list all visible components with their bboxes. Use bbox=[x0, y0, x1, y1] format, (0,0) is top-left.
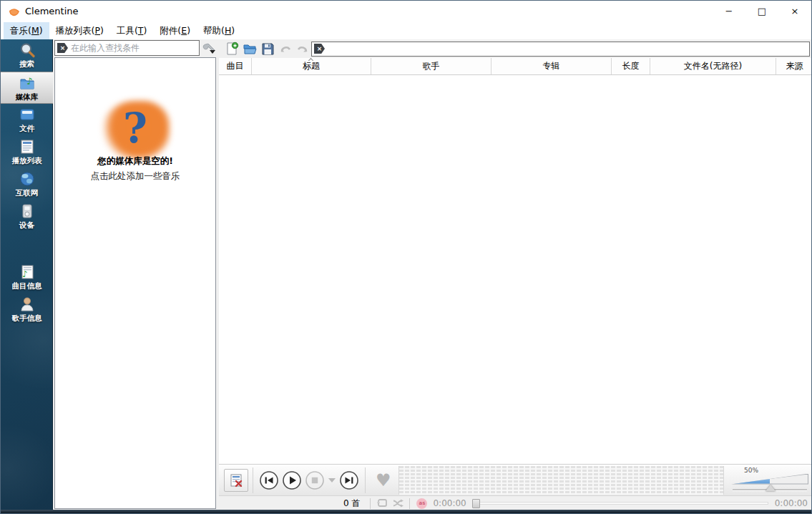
redo-button bbox=[295, 42, 310, 56]
library-panel[interactable]: ? 您的媒体库是空的! 点击此处添加一些音乐 bbox=[54, 57, 216, 509]
column-header-artist[interactable]: 歌手 bbox=[371, 58, 491, 74]
clementine-window: Clementine − □ × 音乐(M) 播放列表(P) 工具(T) 附件(… bbox=[0, 0, 812, 514]
clementine-logo-icon bbox=[8, 5, 21, 18]
sidebar: 搜索 ♪ 媒体库 文件 播放列表 bbox=[1, 39, 53, 510]
playlists-icon bbox=[18, 137, 36, 156]
question-mark: ? bbox=[123, 104, 147, 152]
search-icon bbox=[18, 41, 36, 59]
clear-playlist-icon bbox=[229, 473, 243, 488]
window-title: Clementine bbox=[25, 1, 79, 22]
svg-text:♪: ♪ bbox=[26, 76, 32, 87]
play-button[interactable] bbox=[282, 470, 302, 490]
window-bottom-border bbox=[1, 510, 811, 513]
sidebar-item-search[interactable]: 搜索 bbox=[1, 39, 53, 72]
divider bbox=[365, 467, 366, 493]
stop-button bbox=[305, 470, 325, 490]
elapsed-time: 0:00:00 bbox=[433, 498, 466, 508]
sidebar-item-artist-info[interactable]: 歌手信息 bbox=[1, 294, 53, 326]
artist-info-icon bbox=[18, 295, 36, 314]
repeat-icon[interactable] bbox=[376, 498, 388, 509]
sidebar-item-files[interactable]: 文件 bbox=[1, 104, 53, 136]
title-bar: Clementine − □ × bbox=[1, 1, 811, 22]
love-track-icon: ♥ bbox=[376, 470, 391, 490]
clear-playlist-button[interactable] bbox=[224, 469, 248, 492]
volume-thumb[interactable] bbox=[765, 485, 776, 491]
volume-control[interactable]: 50% bbox=[728, 466, 812, 495]
track-slider-thumb[interactable] bbox=[472, 499, 480, 508]
track-position-slider[interactable] bbox=[472, 498, 768, 509]
sidebar-item-song-info[interactable]: ♪ 曲目信息 bbox=[1, 261, 53, 294]
next-track-button[interactable] bbox=[339, 470, 359, 490]
volume-fill bbox=[732, 475, 770, 484]
divider bbox=[409, 498, 410, 509]
menu-music[interactable]: 音乐(M) bbox=[4, 22, 49, 39]
load-playlist-button[interactable] bbox=[243, 42, 257, 56]
svg-text:♪: ♪ bbox=[22, 269, 28, 279]
track-count: 0 首 bbox=[343, 498, 360, 510]
stop-options-dropdown-icon[interactable] bbox=[328, 478, 336, 483]
menu-help[interactable]: 帮助(H) bbox=[197, 22, 241, 39]
library-empty-hint[interactable]: 点击此处添加一些音乐 bbox=[55, 170, 215, 183]
total-time: 0:00:00 bbox=[775, 498, 808, 508]
song-info-icon: ♪ bbox=[18, 263, 36, 281]
library-empty-title: 您的媒体库是空的! bbox=[55, 155, 215, 168]
sidebar-item-devices[interactable]: 设备 bbox=[1, 200, 53, 233]
minimize-button[interactable]: − bbox=[713, 1, 745, 22]
menu-extras[interactable]: 附件(E) bbox=[153, 22, 197, 39]
menu-playlist[interactable]: 播放列表(P) bbox=[49, 22, 110, 39]
library-options-button[interactable] bbox=[202, 41, 217, 55]
column-header-album[interactable]: 专辑 bbox=[491, 58, 612, 74]
menu-bar: 音乐(M) 播放列表(P) 工具(T) 附件(E) 帮助(H) bbox=[1, 22, 811, 39]
divider bbox=[253, 467, 253, 493]
scrobble-icon[interactable]: as bbox=[416, 498, 427, 509]
library-search-input[interactable] bbox=[54, 40, 200, 56]
devices-icon bbox=[18, 202, 36, 220]
playlist-search-input[interactable] bbox=[311, 42, 810, 57]
column-header-track[interactable]: 曲目 bbox=[219, 58, 252, 74]
sidebar-item-library[interactable]: ♪ 媒体库 bbox=[1, 72, 53, 104]
column-header-title[interactable]: 标题 bbox=[252, 58, 371, 74]
files-icon bbox=[18, 105, 36, 124]
status-bar: 0 首 as 0:00:00 0:00:00 bbox=[219, 495, 812, 510]
track-slider-rail[interactable] bbox=[472, 502, 768, 505]
shuffle-icon[interactable] bbox=[392, 498, 403, 509]
column-header-length[interactable]: 长度 bbox=[612, 58, 650, 74]
sidebar-item-internet[interactable]: 互联网 bbox=[1, 168, 53, 200]
column-header-source[interactable]: 来源 bbox=[776, 58, 812, 74]
close-button[interactable]: × bbox=[778, 1, 811, 22]
column-header-filename[interactable]: 文件名(无路径) bbox=[650, 58, 776, 74]
undo-button bbox=[278, 42, 293, 56]
library-icon: ♪ bbox=[18, 74, 36, 92]
save-playlist-button[interactable] bbox=[260, 42, 275, 56]
previous-track-button[interactable] bbox=[259, 470, 279, 490]
playlist-header-row: 曲目 标题 歌手 专辑 长度 文件名(无路径) 来源 bbox=[219, 58, 812, 75]
internet-icon bbox=[18, 170, 36, 188]
maximize-button[interactable]: □ bbox=[745, 1, 778, 22]
volume-wedge[interactable] bbox=[731, 474, 808, 485]
sidebar-item-playlists[interactable]: 播放列表 bbox=[1, 136, 53, 168]
analyzer-area[interactable] bbox=[398, 466, 724, 495]
playlist-body[interactable] bbox=[219, 75, 812, 464]
new-playlist-button[interactable] bbox=[225, 42, 239, 56]
menu-tools[interactable]: 工具(T) bbox=[110, 22, 153, 39]
player-controls-bar: ♥ 50% bbox=[219, 464, 812, 495]
divider bbox=[370, 498, 371, 509]
volume-label: 50% bbox=[744, 467, 758, 474]
